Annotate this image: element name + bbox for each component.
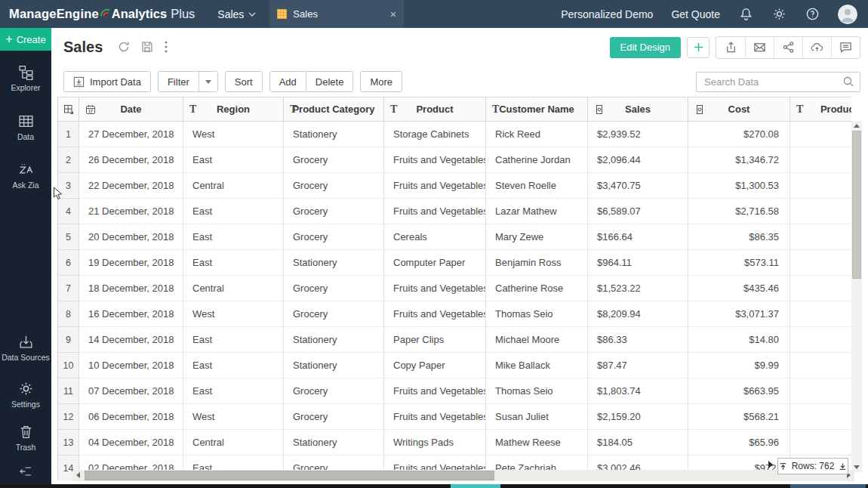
table-cell[interactable] (790, 173, 852, 199)
workspace-dropdown[interactable]: Sales (217, 8, 256, 20)
row-number[interactable]: 8 (58, 301, 79, 327)
table-cell[interactable]: Grocery (284, 404, 384, 430)
table-cell[interactable]: $9.99 (688, 353, 790, 378)
add-button[interactable]: Add (270, 72, 306, 91)
table-cell[interactable]: $964.11 (588, 250, 688, 276)
help-icon[interactable] (805, 7, 820, 22)
table-cell[interactable] (790, 224, 852, 250)
table-cell[interactable]: $435.46 (688, 276, 790, 301)
scroll-left-arrow[interactable] (76, 472, 80, 478)
table-cell[interactable]: Stationery (284, 353, 384, 378)
table-cell[interactable]: 21 December, 2018 (79, 199, 183, 224)
row-number[interactable]: 3 (58, 173, 79, 199)
table-corner-header[interactable] (58, 97, 79, 122)
add-view-button[interactable] (687, 37, 709, 58)
table-cell[interactable]: $14.80 (688, 327, 790, 353)
table-cell[interactable]: 10 December, 2018 (79, 353, 183, 378)
tab-sales[interactable]: Sales × (269, 0, 404, 28)
table-cell[interactable]: $663.95 (688, 378, 790, 404)
table-cell[interactable]: Computer Paper (384, 250, 486, 276)
tab-close-icon[interactable]: × (390, 8, 397, 20)
table-cell[interactable] (790, 301, 852, 327)
table-cell[interactable]: $568.21 (688, 404, 790, 430)
table-cell[interactable]: Grocery (284, 199, 384, 224)
table-cell[interactable]: Lazar Mathew (486, 199, 588, 224)
table-cell[interactable]: Copy Paper (384, 353, 486, 378)
table-cell[interactable]: $2,096.44 (588, 147, 688, 173)
table-cell[interactable]: Mike Ballack (486, 353, 588, 378)
search-input[interactable] (696, 72, 860, 92)
filter-button[interactable]: Filter (159, 72, 199, 91)
row-number[interactable]: 5 (58, 224, 79, 250)
table-cell[interactable]: 26 December, 2018 (79, 147, 183, 173)
sidebar-item-ask-zia[interactable]: Ask Zia (0, 162, 51, 190)
row-number[interactable]: 6 (58, 250, 79, 276)
table-cell[interactable]: West (183, 122, 284, 147)
column-header-cost[interactable]: Cost (688, 97, 790, 122)
publish-button[interactable] (802, 37, 831, 58)
row-number[interactable]: 1 (58, 122, 79, 147)
column-header-product-category[interactable]: TProduct Category (284, 97, 384, 122)
table-cell[interactable]: Fruits and Vegetables (384, 378, 486, 404)
table-cell[interactable]: Grocery (284, 173, 384, 199)
settings-gear-icon[interactable] (771, 7, 786, 22)
table-cell[interactable]: $8,209.94 (588, 301, 688, 327)
table-cell[interactable] (790, 250, 852, 276)
table-cell[interactable]: Grocery (284, 147, 384, 173)
more-button[interactable]: More (360, 71, 402, 92)
table-cell[interactable]: Paper Clips (384, 327, 486, 353)
table-cell[interactable]: Central (183, 276, 284, 301)
table-cell[interactable]: East (183, 147, 284, 173)
row-number[interactable]: 12 (58, 404, 79, 430)
table-cell[interactable]: $1,523.22 (588, 276, 688, 301)
table-cell[interactable]: 14 December, 2018 (79, 327, 183, 353)
table-cell[interactable]: Fruits and Vegetables (384, 199, 486, 224)
table-cell[interactable]: $86.33 (588, 327, 688, 353)
table-cell[interactable]: East (183, 327, 284, 353)
table-cell[interactable]: $270.08 (688, 122, 790, 147)
table-cell[interactable]: Thomas Seio (486, 378, 588, 404)
row-number[interactable]: 9 (58, 327, 79, 353)
table-cell[interactable]: East (183, 199, 284, 224)
table-cell[interactable]: Grocery (284, 301, 384, 327)
table-cell[interactable]: 04 December, 2018 (79, 430, 183, 456)
table-cell[interactable] (790, 353, 852, 378)
export-button[interactable] (716, 37, 745, 58)
table-cell[interactable]: Fruits and Vegetables (384, 147, 486, 173)
scroll-up-arrow[interactable] (854, 124, 860, 128)
edit-design-button[interactable]: Edit Design (610, 37, 681, 58)
import-data-button[interactable]: Import Data (63, 71, 151, 92)
table-cell[interactable]: $65.96 (688, 430, 790, 456)
table-cell[interactable]: Cereals (384, 224, 486, 250)
more-options-kebab-icon[interactable] (165, 41, 169, 54)
table-cell[interactable] (790, 147, 852, 173)
go-to-bottom-icon[interactable] (839, 462, 847, 471)
table-cell[interactable]: Storage Cabinets (384, 122, 486, 147)
table-cell[interactable]: Fruits and Vegetables (384, 301, 486, 327)
table-cell[interactable]: $2,939.52 (588, 122, 688, 147)
column-header-product[interactable]: TProduct (384, 97, 486, 122)
filter-dropdown-button[interactable] (199, 72, 217, 91)
table-cell[interactable]: 07 December, 2018 (79, 378, 183, 404)
row-number[interactable]: 13 (58, 430, 79, 456)
table-cell[interactable]: East (183, 353, 284, 378)
vertical-scroll-thumb[interactable] (852, 131, 861, 279)
table-cell[interactable]: $86.35 (688, 224, 790, 250)
table-cell[interactable]: $166.64 (588, 224, 688, 250)
table-cell[interactable]: Susan Juliet (486, 404, 588, 430)
notifications-bell-icon[interactable] (738, 7, 753, 22)
table-cell[interactable]: Central (183, 430, 284, 456)
table-cell[interactable]: Benjamin Ross (486, 250, 588, 276)
delete-button[interactable]: Delete (306, 72, 353, 91)
table-cell[interactable]: West (183, 404, 284, 430)
table-cell[interactable]: Central (183, 173, 284, 199)
table-cell[interactable]: $87.47 (588, 353, 688, 378)
table-cell[interactable] (790, 404, 852, 430)
sidebar-item-data-sources[interactable]: Data Sources (0, 334, 51, 362)
sort-button[interactable]: Sort (225, 71, 263, 92)
table-cell[interactable]: Fruits and Vegetables (384, 173, 486, 199)
scroll-down-arrow[interactable] (854, 465, 860, 469)
table-cell[interactable]: $573.11 (688, 250, 790, 276)
table-cell[interactable]: 18 December, 2018 (79, 276, 183, 301)
comment-button[interactable] (831, 37, 860, 58)
